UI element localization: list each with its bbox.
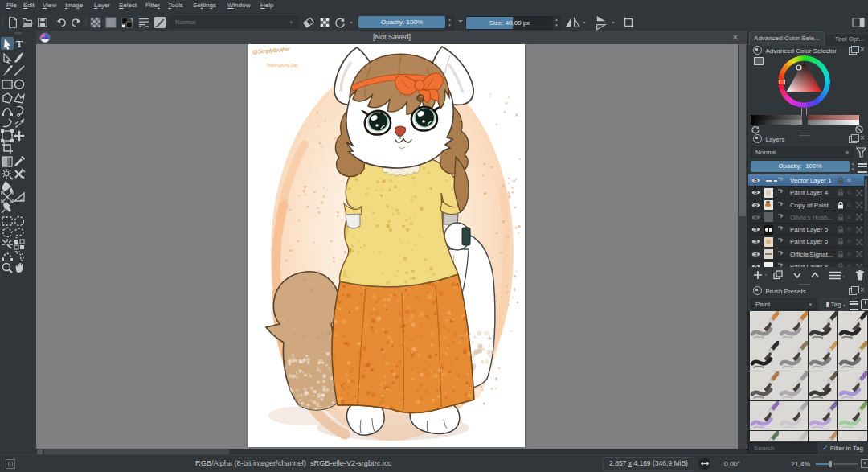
svg-text:@SimplyBrother: @SimplyBrother (252, 47, 291, 55)
svg-text:Thanksgiving Day: Thanksgiving Day (266, 63, 298, 68)
svg-text:T: T (16, 38, 23, 50)
